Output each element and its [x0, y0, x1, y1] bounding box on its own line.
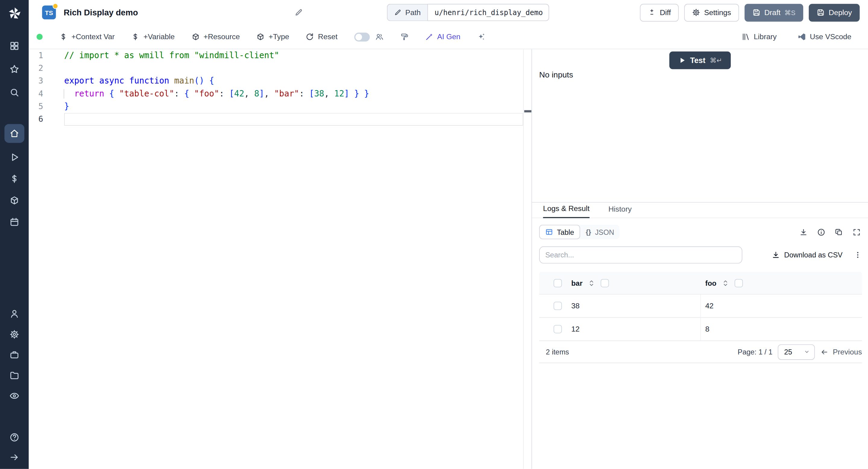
copy-icon — [835, 228, 843, 236]
diff-button[interactable]: Diff — [640, 4, 679, 22]
sidebar-item-help[interactable] — [4, 430, 24, 445]
draft-shortcut: ⌘S — [784, 8, 796, 16]
eye-icon — [9, 391, 19, 401]
sparkles-button[interactable] — [477, 33, 486, 41]
view-json-button[interactable]: {} JSON — [580, 225, 620, 239]
briefcase-icon — [9, 350, 19, 360]
vscode-icon — [798, 33, 806, 41]
editor-overview-ruler[interactable] — [523, 49, 532, 469]
add-context-var-label: +Context Var — [71, 33, 115, 41]
sort-icon[interactable] — [722, 279, 730, 287]
edit-summary-button[interactable] — [295, 8, 303, 17]
code-line[interactable]: 1// import * as wmill from "windmill-cli… — [29, 49, 523, 62]
code-line[interactable]: 4 return { "table-col": { "foo": [42, 8]… — [29, 87, 523, 100]
use-vscode-button[interactable]: Use VScode — [798, 33, 851, 41]
column-checkbox[interactable] — [601, 279, 609, 287]
add-resource-button[interactable]: +Resource — [191, 33, 240, 41]
search-input[interactable] — [539, 246, 742, 263]
code-line[interactable]: 2 — [29, 62, 523, 75]
result-table-body: 3842128 — [539, 294, 862, 341]
pencil-icon — [394, 9, 401, 16]
sidebar-item-resources[interactable] — [4, 193, 24, 208]
settings-button[interactable]: Settings — [684, 4, 739, 22]
view-table-button[interactable]: Table — [539, 225, 580, 239]
row-checkbox[interactable] — [554, 325, 562, 333]
code-line[interactable]: 6 — [29, 113, 523, 126]
library-icon — [742, 33, 750, 41]
library-button[interactable]: Library — [742, 33, 777, 41]
add-context-var-button[interactable]: +Context Var — [59, 33, 115, 41]
sidebar-item-schedules[interactable] — [4, 215, 24, 229]
code-line[interactable]: 3export async function main() { — [29, 75, 523, 87]
line-number: 4 — [29, 87, 64, 100]
sidebar-item-settings[interactable] — [4, 327, 24, 342]
sidebar-item-runs[interactable] — [4, 150, 24, 164]
reset-button[interactable]: Reset — [306, 33, 338, 41]
code-line[interactable]: 5} — [29, 100, 523, 113]
sidebar-item-home[interactable] — [4, 124, 24, 143]
sidebar-collapse[interactable] — [4, 450, 24, 465]
add-variable-button[interactable]: +Variable — [131, 33, 175, 41]
select-all-checkbox[interactable] — [554, 279, 562, 287]
sidebar-item-search[interactable] — [4, 85, 24, 100]
assistant-toggle[interactable] — [354, 32, 370, 41]
info-icon — [817, 228, 826, 236]
path-value[interactable]: u/henri/rich_display_demo — [427, 4, 549, 21]
code-lines[interactable]: 1// import * as wmill from "windmill-cli… — [29, 49, 523, 125]
tab-history[interactable]: History — [609, 205, 632, 218]
path-group: Path u/henri/rich_display_demo — [387, 4, 549, 21]
add-type-button[interactable]: +Type — [256, 33, 289, 41]
kebab-icon — [854, 251, 862, 259]
tab-logs-result[interactable]: Logs & Result — [543, 205, 590, 218]
help-icon — [9, 432, 19, 442]
previous-page-button[interactable]: Previous — [821, 347, 862, 356]
multiplayer-button[interactable] — [375, 33, 384, 41]
sort-icon[interactable] — [588, 279, 595, 287]
page-title: Rich Display demo — [64, 8, 138, 17]
code-editor[interactable]: 1// import * as wmill from "windmill-cli… — [29, 49, 532, 469]
braces-icon: {} — [586, 228, 591, 236]
page-size-select[interactable]: 25 — [778, 344, 815, 359]
sidebar-item-variables[interactable] — [4, 171, 24, 186]
row-checkbox[interactable] — [554, 302, 562, 310]
ai-gen-button[interactable]: AI Gen — [425, 33, 461, 41]
windmill-logo[interactable] — [7, 5, 22, 21]
save-icon — [816, 8, 825, 17]
view-toggle: Table {} JSON — [539, 225, 620, 239]
download-csv-button[interactable]: Download as CSV — [771, 251, 842, 259]
sidebar-item-users[interactable] — [4, 307, 24, 321]
column-checkbox[interactable] — [735, 279, 743, 287]
test-button[interactable]: Test ⌘↵ — [669, 52, 731, 69]
emoji-badge-icon — [53, 3, 58, 9]
format-code-button[interactable] — [400, 33, 408, 41]
draft-button[interactable]: Draft ⌘S — [744, 4, 803, 22]
library-label: Library — [754, 33, 777, 41]
sidebar-item-workers[interactable] — [4, 347, 24, 362]
add-resource-label: +Resource — [204, 33, 240, 41]
path-button[interactable]: Path — [387, 4, 427, 21]
result-tabs: Logs & Result History — [532, 202, 868, 218]
use-vscode-label: Use VScode — [810, 33, 851, 41]
expand-result-button[interactable] — [852, 228, 861, 236]
reset-label: Reset — [318, 33, 338, 41]
sidebar-item-folders[interactable] — [4, 368, 24, 382]
gear-icon — [692, 8, 701, 17]
editor-toolbar: +Context Var +Variable +Resource +Type R… — [29, 25, 868, 50]
settings-label: Settings — [704, 8, 731, 17]
column-header-bar: bar — [571, 279, 583, 287]
path-label: Path — [405, 8, 421, 17]
copy-result-button[interactable] — [835, 228, 843, 236]
deploy-button[interactable]: Deploy — [809, 4, 860, 22]
download-result-button[interactable] — [799, 228, 808, 236]
sidebar-item-audit-logs[interactable] — [4, 388, 24, 403]
line-number: 3 — [29, 75, 64, 87]
diff-label: Diff — [660, 8, 671, 17]
result-info-button[interactable] — [817, 228, 826, 236]
sidebar-item-grid[interactable] — [4, 39, 24, 53]
sidebar-item-favorites[interactable] — [4, 62, 24, 76]
table-footer: 2 items Page: 1 / 1 25 Pre — [539, 341, 862, 363]
play-filled-icon — [678, 56, 686, 64]
table-menu-button[interactable] — [854, 251, 862, 259]
cube-icon — [256, 33, 265, 41]
dollar-icon — [131, 33, 140, 41]
